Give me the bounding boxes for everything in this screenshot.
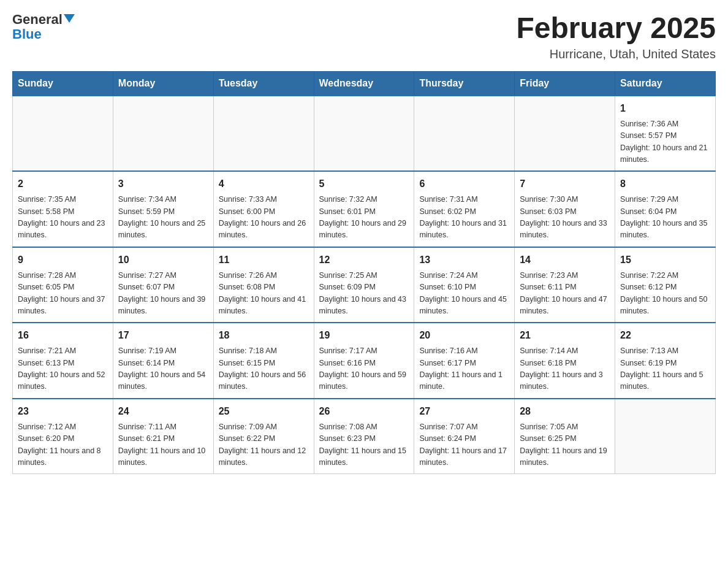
logo-blue: Blue [12,27,42,42]
day-info: Sunrise: 7:13 AMSunset: 6:19 PMDaylight:… [620,345,710,393]
day-info: Sunrise: 7:33 AMSunset: 6:00 PMDaylight:… [219,194,309,242]
day-cell: 16Sunrise: 7:21 AMSunset: 6:13 PMDayligh… [13,323,113,399]
calendar-table: Sunday Monday Tuesday Wednesday Thursday… [12,71,716,475]
day-info: Sunrise: 7:09 AMSunset: 6:22 PMDaylight:… [219,421,309,469]
day-cell: 27Sunrise: 7:07 AMSunset: 6:24 PMDayligh… [414,399,515,474]
day-number: 6 [419,177,509,191]
col-friday: Friday [515,71,615,96]
day-info: Sunrise: 7:28 AMSunset: 6:05 PMDaylight:… [18,270,108,318]
day-number: 4 [219,177,309,191]
day-info: Sunrise: 7:22 AMSunset: 6:12 PMDaylight:… [620,270,710,318]
day-cell [113,96,213,172]
day-info: Sunrise: 7:24 AMSunset: 6:10 PMDaylight:… [419,270,509,318]
day-cell [13,96,113,172]
day-number: 10 [118,253,208,267]
day-info: Sunrise: 7:27 AMSunset: 6:07 PMDaylight:… [118,270,208,318]
day-info: Sunrise: 7:32 AMSunset: 6:01 PMDaylight:… [319,194,409,242]
day-number: 17 [118,328,208,343]
day-cell: 15Sunrise: 7:22 AMSunset: 6:12 PMDayligh… [615,247,716,323]
day-number: 26 [319,404,409,419]
day-info: Sunrise: 7:19 AMSunset: 6:14 PMDaylight:… [118,345,208,393]
week-row-2: 2Sunrise: 7:35 AMSunset: 5:58 PMDaylight… [13,171,716,247]
day-info: Sunrise: 7:29 AMSunset: 6:04 PMDaylight:… [620,194,710,242]
day-cell: 6Sunrise: 7:31 AMSunset: 6:02 PMDaylight… [414,171,515,247]
calendar-header-row: Sunday Monday Tuesday Wednesday Thursday… [13,71,716,96]
day-info: Sunrise: 7:08 AMSunset: 6:23 PMDaylight:… [319,421,409,469]
day-number: 8 [620,177,710,191]
day-cell: 11Sunrise: 7:26 AMSunset: 6:08 PMDayligh… [213,247,314,323]
week-row-5: 23Sunrise: 7:12 AMSunset: 6:20 PMDayligh… [13,399,716,474]
day-cell: 3Sunrise: 7:34 AMSunset: 5:59 PMDaylight… [113,171,213,247]
day-number: 5 [319,177,409,191]
day-number: 1 [620,101,710,116]
week-row-4: 16Sunrise: 7:21 AMSunset: 6:13 PMDayligh… [13,323,716,399]
day-cell: 20Sunrise: 7:16 AMSunset: 6:17 PMDayligh… [414,323,515,399]
day-cell: 7Sunrise: 7:30 AMSunset: 6:03 PMDaylight… [515,171,615,247]
col-saturday: Saturday [615,71,716,96]
logo-general: General [12,12,63,27]
day-number: 24 [118,404,208,419]
day-cell: 10Sunrise: 7:27 AMSunset: 6:07 PMDayligh… [113,247,213,323]
day-number: 16 [18,328,108,343]
day-cell: 13Sunrise: 7:24 AMSunset: 6:10 PMDayligh… [414,247,515,323]
day-cell: 14Sunrise: 7:23 AMSunset: 6:11 PMDayligh… [515,247,615,323]
day-number: 27 [419,404,509,419]
day-number: 11 [219,253,309,267]
day-number: 13 [419,253,509,267]
day-cell: 24Sunrise: 7:11 AMSunset: 6:21 PMDayligh… [113,399,213,474]
day-number: 28 [520,404,610,419]
day-number: 22 [620,328,710,343]
day-info: Sunrise: 7:35 AMSunset: 5:58 PMDaylight:… [18,194,108,242]
day-number: 21 [520,328,610,343]
day-cell: 18Sunrise: 7:18 AMSunset: 6:15 PMDayligh… [213,323,314,399]
day-info: Sunrise: 7:21 AMSunset: 6:13 PMDaylight:… [18,345,108,393]
week-row-1: 1Sunrise: 7:36 AMSunset: 5:57 PMDaylight… [13,96,716,172]
day-cell: 17Sunrise: 7:19 AMSunset: 6:14 PMDayligh… [113,323,213,399]
day-cell: 25Sunrise: 7:09 AMSunset: 6:22 PMDayligh… [213,399,314,474]
col-sunday: Sunday [13,71,113,96]
day-cell: 4Sunrise: 7:33 AMSunset: 6:00 PMDaylight… [213,171,314,247]
day-cell: 5Sunrise: 7:32 AMSunset: 6:01 PMDaylight… [314,171,414,247]
day-info: Sunrise: 7:16 AMSunset: 6:17 PMDaylight:… [419,345,509,393]
day-cell [414,96,515,172]
day-cell: 8Sunrise: 7:29 AMSunset: 6:04 PMDaylight… [615,171,716,247]
week-row-3: 9Sunrise: 7:28 AMSunset: 6:05 PMDaylight… [13,247,716,323]
day-info: Sunrise: 7:11 AMSunset: 6:21 PMDaylight:… [118,421,208,469]
day-info: Sunrise: 7:14 AMSunset: 6:18 PMDaylight:… [520,345,610,393]
day-info: Sunrise: 7:05 AMSunset: 6:25 PMDaylight:… [520,421,610,469]
page-header: General Blue February 2025 Hurricane, Ut… [12,12,716,61]
title-section: February 2025 Hurricane, Utah, United St… [516,12,716,61]
day-info: Sunrise: 7:23 AMSunset: 6:11 PMDaylight:… [520,270,610,318]
day-info: Sunrise: 7:17 AMSunset: 6:16 PMDaylight:… [319,345,409,393]
day-number: 12 [319,253,409,267]
day-cell [213,96,314,172]
day-number: 3 [118,177,208,191]
day-info: Sunrise: 7:07 AMSunset: 6:24 PMDaylight:… [419,421,509,469]
location-label: Hurricane, Utah, United States [516,47,716,61]
day-cell: 12Sunrise: 7:25 AMSunset: 6:09 PMDayligh… [314,247,414,323]
day-info: Sunrise: 7:36 AMSunset: 5:57 PMDaylight:… [620,118,710,166]
col-wednesday: Wednesday [314,71,414,96]
day-info: Sunrise: 7:31 AMSunset: 6:02 PMDaylight:… [419,194,509,242]
day-number: 2 [18,177,108,191]
logo: General Blue [12,12,75,42]
day-info: Sunrise: 7:26 AMSunset: 6:08 PMDaylight:… [219,270,309,318]
day-number: 25 [219,404,309,419]
day-cell: 22Sunrise: 7:13 AMSunset: 6:19 PMDayligh… [615,323,716,399]
day-cell: 23Sunrise: 7:12 AMSunset: 6:20 PMDayligh… [13,399,113,474]
day-number: 14 [520,253,610,267]
col-tuesday: Tuesday [213,71,314,96]
day-number: 20 [419,328,509,343]
day-info: Sunrise: 7:30 AMSunset: 6:03 PMDaylight:… [520,194,610,242]
day-number: 23 [18,404,108,419]
day-cell: 26Sunrise: 7:08 AMSunset: 6:23 PMDayligh… [314,399,414,474]
day-number: 19 [319,328,409,343]
day-info: Sunrise: 7:12 AMSunset: 6:20 PMDaylight:… [18,421,108,469]
day-number: 18 [219,328,309,343]
day-cell [615,399,716,474]
day-info: Sunrise: 7:34 AMSunset: 5:59 PMDaylight:… [118,194,208,242]
day-number: 7 [520,177,610,191]
day-cell: 1Sunrise: 7:36 AMSunset: 5:57 PMDaylight… [615,96,716,172]
day-cell: 2Sunrise: 7:35 AMSunset: 5:58 PMDaylight… [13,171,113,247]
day-cell [515,96,615,172]
